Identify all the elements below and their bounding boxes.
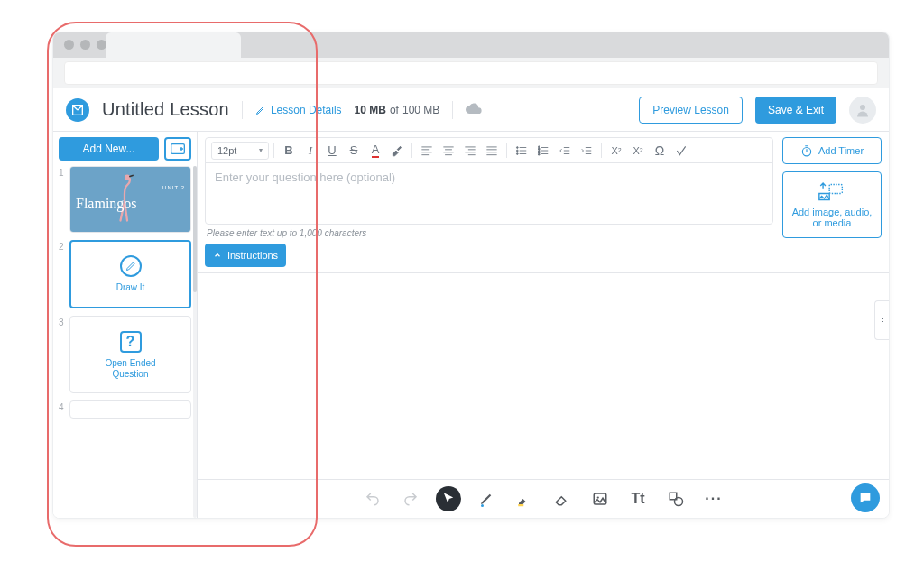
add-new-label: Add New...	[82, 143, 134, 155]
indent-button[interactable]	[577, 141, 596, 161]
add-slide-icon-button[interactable]	[164, 137, 191, 161]
add-media-label: Add image, audio, or media	[789, 207, 875, 228]
draw-it-card: Draw It	[71, 242, 189, 307]
canvas-area[interactable]	[198, 272, 889, 480]
align-left-button[interactable]	[417, 141, 437, 161]
bold-button[interactable]: B	[279, 141, 299, 161]
add-media-button[interactable]: Add image, audio, or media	[782, 171, 882, 238]
window-dot-2	[80, 40, 90, 50]
user-avatar[interactable]	[849, 97, 876, 124]
slide-thumbnail-2[interactable]: Draw It	[69, 240, 191, 308]
media-icon	[817, 181, 847, 203]
browser-window: Untitled Lesson Lesson Details 10 MB of …	[52, 32, 890, 519]
divider	[242, 101, 243, 119]
outdent-button[interactable]	[555, 141, 575, 161]
chevron-left-icon	[879, 315, 886, 326]
scrollbar-thumb[interactable]	[193, 166, 197, 292]
text-color-button[interactable]: A	[365, 141, 385, 161]
preview-lesson-button[interactable]: Preview Lesson	[639, 97, 743, 124]
italic-button[interactable]: I	[300, 141, 320, 161]
question-editor: 12pt ▾ B I U S A	[205, 137, 773, 225]
add-timer-button[interactable]: Add Timer	[782, 137, 882, 164]
add-new-button[interactable]: Add New...	[59, 137, 159, 161]
browser-tab-bar	[53, 32, 889, 58]
slide-plus-icon	[171, 143, 185, 154]
app-body: Add New... 1	[53, 132, 889, 518]
svg-rect-10	[829, 185, 842, 194]
lesson-details-label: Lesson Details	[271, 104, 342, 116]
bottom-toolbar: Tt ···	[198, 480, 889, 518]
shapes-tool[interactable]	[663, 486, 688, 511]
slide-item-2[interactable]: 2 Draw It	[59, 240, 191, 308]
browser-tab[interactable]	[106, 32, 241, 58]
svg-text:3: 3	[538, 152, 540, 155]
slide-thumbnail-4[interactable]	[69, 400, 191, 419]
flamingo-thumb: UNIT 2 Flamingos	[70, 167, 190, 232]
cloud-sync-icon[interactable]	[466, 102, 482, 118]
pencil-circle-icon	[120, 255, 142, 277]
strikethrough-button[interactable]: S	[344, 141, 364, 161]
svg-point-5	[516, 152, 518, 154]
browser-url-bar	[53, 58, 889, 88]
question-input[interactable]: Enter your question here (optional)	[206, 163, 772, 224]
storage-total: 100 MB	[402, 104, 439, 116]
superscript-button[interactable]: X2	[606, 141, 626, 161]
svg-point-2	[125, 175, 130, 180]
chat-bubble-button[interactable]	[851, 483, 880, 512]
redo-button[interactable]	[398, 486, 423, 511]
save-exit-label: Save & Exit	[768, 104, 824, 116]
url-input[interactable]	[64, 61, 878, 85]
storage-used: 10 MB	[355, 104, 386, 116]
edit-icon	[255, 105, 266, 115]
app: Untitled Lesson Lesson Details 10 MB of …	[53, 88, 889, 518]
font-size-value: 12pt	[217, 145, 236, 156]
underline-button[interactable]: U	[322, 141, 342, 161]
char-limit-hint: Please enter text up to 1,000 characters	[205, 226, 773, 238]
slide-item-1[interactable]: 1 UNIT 2 Flamingos	[59, 166, 191, 233]
omega-button[interactable]: Ω	[650, 141, 670, 161]
align-right-button[interactable]	[460, 141, 480, 161]
svg-point-0	[860, 105, 865, 110]
numbered-list-button[interactable]: 123	[533, 141, 553, 161]
highlight-button[interactable]	[387, 141, 407, 161]
bullet-list-button[interactable]	[512, 141, 531, 161]
slide-item-4[interactable]: 4	[59, 400, 191, 419]
slides-list: 1 UNIT 2 Flamingos	[53, 166, 197, 518]
align-justify-button[interactable]	[482, 141, 502, 161]
editor-area: 12pt ▾ B I U S A	[198, 132, 889, 518]
slide-item-3[interactable]: 3 ? Open Ended Question	[59, 316, 191, 393]
save-exit-button[interactable]: Save & Exit	[755, 97, 836, 124]
subscript-button[interactable]: X2	[628, 141, 648, 161]
lesson-title[interactable]: Untitled Lesson	[102, 99, 229, 120]
more-tools[interactable]: ···	[701, 486, 726, 511]
slide-thumbnail-3[interactable]: ? Open Ended Question	[69, 316, 191, 393]
editor-row: 12pt ▾ B I U S A	[198, 132, 889, 244]
question-icon: ?	[120, 331, 142, 353]
app-logo[interactable]	[66, 98, 89, 122]
image-tool[interactable]	[587, 486, 613, 511]
font-size-dropdown[interactable]: 12pt ▾	[211, 142, 269, 160]
collapse-tab[interactable]	[874, 300, 889, 340]
text-tool[interactable]: Tt	[625, 486, 651, 511]
chevron-up-icon	[213, 251, 222, 260]
oeq-label: Open Ended Question	[105, 358, 155, 380]
align-center-button[interactable]	[439, 141, 458, 161]
lesson-details-link[interactable]: Lesson Details	[255, 104, 342, 116]
svg-point-16	[675, 498, 683, 506]
add-timer-label: Add Timer	[818, 145, 864, 156]
instructions-toggle[interactable]: Instructions	[205, 244, 286, 267]
pen-tool[interactable]	[474, 486, 499, 511]
slide-number: 1	[59, 166, 66, 233]
eraser-tool[interactable]	[550, 486, 575, 511]
oeq-card: ? Open Ended Question	[70, 317, 190, 393]
divider	[452, 101, 453, 119]
draw-it-label: Draw It	[116, 282, 145, 293]
preview-lesson-label: Preview Lesson	[652, 104, 729, 116]
window-dot-1	[64, 40, 74, 50]
slide-thumbnail-1[interactable]: UNIT 2 Flamingos	[69, 166, 191, 233]
chevron-down-icon: ▾	[259, 146, 263, 154]
undo-button[interactable]	[360, 486, 385, 511]
pointer-tool[interactable]	[436, 486, 461, 511]
formula-button[interactable]	[671, 141, 691, 161]
highlighter-tool[interactable]	[512, 486, 537, 511]
